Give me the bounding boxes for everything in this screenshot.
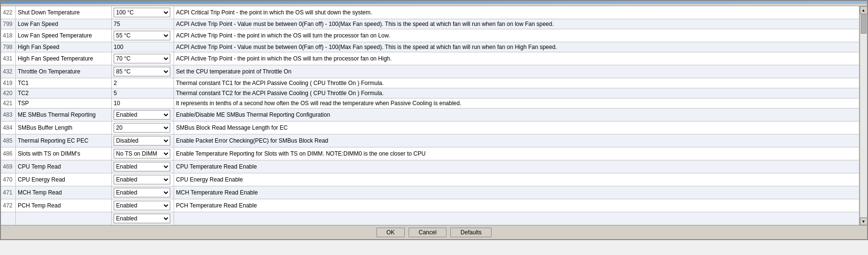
table-row: 432Throttle On Temperature85 °C75 °C95 °… [1, 65, 859, 78]
row-description: Enable Packet Error Checking(PEC) for SM… [174, 134, 859, 147]
row-name: TC1 [16, 78, 112, 88]
row-name: Shut Down Temperature [16, 6, 112, 19]
table-row: 486Slots with TS on DIMM'sNo TS on DIMMD… [1, 147, 859, 160]
ok-button[interactable]: OK [376, 228, 405, 237]
table-row: 418Low Fan Speed Temperature55 °C45 °C65… [1, 29, 859, 42]
row-description: Enable/Disable ME SMBus Thermal Reportin… [174, 109, 859, 121]
row-name: Low Fan Speed Temperature [16, 29, 112, 42]
row-name: CPU Temp Read [16, 160, 112, 173]
row-id: 472 [1, 199, 16, 212]
row-id [1, 212, 16, 225]
scrollbar[interactable]: ▲ ▼ [859, 6, 867, 225]
row-name: High Fan Speed [16, 42, 112, 52]
row-id: 470 [1, 173, 16, 186]
row-name: ME SMBus Thermal Reporting [16, 109, 112, 121]
row-id: 422 [1, 6, 16, 19]
row-value-cell[interactable]: 201030 [112, 121, 174, 134]
row-description: ACPI Critical Trip Point - the point in … [174, 6, 859, 19]
row-value-cell[interactable]: No TS on DIMMDIMM0DIMM1 [112, 147, 174, 160]
row-value-select[interactable]: EnabledDisabled [114, 162, 170, 171]
row-description: Enable Temperature Reporting for Slots w… [174, 147, 859, 160]
row-value-select[interactable]: No TS on DIMMDIMM0DIMM1 [114, 149, 170, 158]
row-value-select[interactable]: EnabledDisabled [114, 110, 170, 120]
table-row: EnabledDisabled [1, 212, 859, 225]
row-value-cell[interactable]: EnabledDisabled [112, 212, 174, 225]
row-value-cell[interactable]: EnabledDisabled [112, 173, 174, 186]
row-id: 471 [1, 186, 16, 199]
row-value-select[interactable]: EnabledDisabled [114, 175, 170, 184]
table-row: 484SMBus Buffer Length201030SMBus Block … [1, 121, 859, 134]
row-value-cell[interactable]: 100 °C90 °C80 °C [112, 6, 174, 19]
row-value-select[interactable]: 201030 [114, 123, 170, 133]
row-name: Low Fan Speed [16, 19, 112, 29]
row-value-cell: 100 [112, 42, 174, 52]
table-row: 420TC25Thermal constant TC2 for the ACPI… [1, 88, 859, 98]
row-value-text: 2 [114, 80, 117, 86]
defaults-button[interactable]: Defaults [450, 228, 492, 237]
row-description: PCH Temperature Read Enable [174, 199, 859, 212]
row-value-text: 10 [114, 100, 120, 107]
row-description: It represents in tenths of a second how … [174, 98, 859, 109]
table-row: 799Low Fan Speed75ACPI Active Trip Point… [1, 19, 859, 29]
row-name: High Fan Speed Temperature [16, 52, 112, 65]
row-description: ACPI Active Trip Point - Value must be b… [174, 42, 859, 52]
row-id: 432 [1, 65, 16, 78]
row-value-select[interactable]: 100 °C90 °C80 °C [114, 8, 170, 17]
main-window: 422Shut Down Temperature100 °C90 °C80 °C… [0, 0, 868, 240]
scroll-thumb[interactable] [861, 14, 867, 34]
row-id: 485 [1, 134, 16, 147]
row-value-cell: 75 [112, 19, 174, 29]
row-value-select[interactable]: EnabledDisabled [114, 214, 170, 223]
row-id: 431 [1, 52, 16, 65]
row-id: 484 [1, 121, 16, 134]
row-id: 798 [1, 42, 16, 52]
row-description: Thermal constant TC2 for the ACPI Passiv… [174, 88, 859, 98]
row-value-cell[interactable]: 55 °C45 °C65 °C [112, 29, 174, 42]
row-description: CPU Temperature Read Enable [174, 160, 859, 173]
scroll-up-button[interactable]: ▲ [860, 6, 868, 14]
row-value-select[interactable]: 70 °C60 °C80 °C [114, 54, 170, 63]
row-value-text: 5 [114, 90, 117, 97]
row-description [174, 212, 859, 225]
row-description: CPU Energy Read Enable [174, 173, 859, 186]
row-name: CPU Energy Read [16, 173, 112, 186]
row-id: 469 [1, 160, 16, 173]
table-row: 421TSP10It represents in tenths of a sec… [1, 98, 859, 109]
row-value-cell[interactable]: EnabledDisabled [112, 160, 174, 173]
row-id: 420 [1, 88, 16, 98]
row-description: Thermal constant TC1 for the ACPI Passiv… [174, 78, 859, 88]
row-value-select[interactable]: EnabledDisabled [114, 188, 170, 197]
row-value-text: 100 [114, 44, 123, 50]
table-row: 469CPU Temp ReadEnabledDisabledCPU Tempe… [1, 160, 859, 173]
row-name: TC2 [16, 88, 112, 98]
table-wrap: 422Shut Down Temperature100 °C90 °C80 °C… [1, 6, 859, 225]
cancel-button[interactable]: Cancel [409, 228, 446, 237]
row-id: 419 [1, 78, 16, 88]
row-value-select[interactable]: 85 °C75 °C95 °C [114, 67, 170, 76]
scroll-down-button[interactable]: ▼ [860, 218, 868, 225]
row-description: SMBus Block Read Message Length for EC [174, 121, 859, 134]
table-row: 483ME SMBus Thermal ReportingEnabledDisa… [1, 109, 859, 121]
row-id: 421 [1, 98, 16, 109]
row-value-cell[interactable]: 70 °C60 °C80 °C [112, 52, 174, 65]
row-name: Thermal Reporting EC PEC [16, 134, 112, 147]
config-table: 422Shut Down Temperature100 °C90 °C80 °C… [1, 6, 859, 225]
row-value-cell[interactable]: DisabledEnabled [112, 134, 174, 147]
table-row: 419TC12Thermal constant TC1 for the ACPI… [1, 78, 859, 88]
row-value-select[interactable]: 55 °C45 °C65 °C [114, 31, 170, 40]
row-value-cell[interactable]: 85 °C75 °C95 °C [112, 65, 174, 78]
row-value-cell[interactable]: EnabledDisabled [112, 186, 174, 199]
row-value-cell[interactable]: EnabledDisabled [112, 199, 174, 212]
row-value-select[interactable]: DisabledEnabled [114, 136, 170, 146]
row-value-cell: 10 [112, 98, 174, 109]
row-description: ACPI Active Trip Point - the point in wh… [174, 29, 859, 42]
row-id: 483 [1, 109, 16, 121]
row-value-select[interactable]: EnabledDisabled [114, 201, 170, 210]
row-id: 799 [1, 19, 16, 29]
row-description: ACPI Active Trip Point - Value must be b… [174, 19, 859, 29]
row-value-text: 75 [114, 21, 120, 27]
row-name [16, 212, 112, 225]
table-row: 470CPU Energy ReadEnabledDisabledCPU Ene… [1, 173, 859, 186]
row-name: SMBus Buffer Length [16, 121, 112, 134]
row-value-cell[interactable]: EnabledDisabled [112, 109, 174, 121]
